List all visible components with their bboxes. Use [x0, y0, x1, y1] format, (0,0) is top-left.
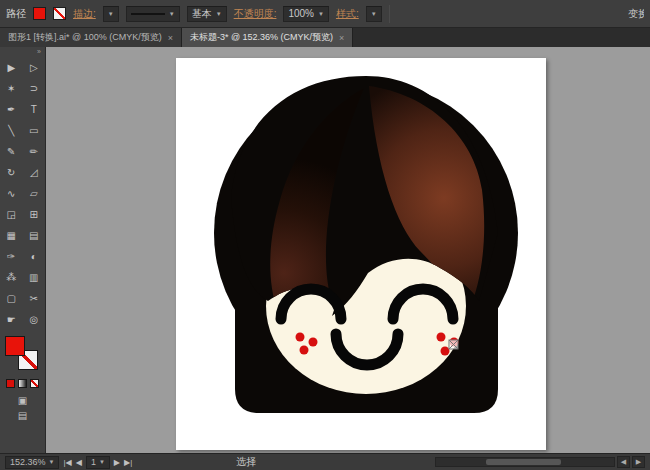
document-tab-2[interactable]: 未标题-3* @ 152.36% (CMYK/预览) × [182, 28, 353, 47]
fill-color-swatch[interactable] [33, 7, 46, 20]
shape-builder-tool-button[interactable]: ◲ [0, 204, 23, 225]
scroll-left-button[interactable]: ◀ [617, 456, 630, 468]
cheek-dot [437, 333, 446, 342]
scale-tool-button[interactable]: ◿ [23, 162, 46, 183]
illustrator-window: 路径 描边: ▼ ▼ 基本▼ 不透明度: 100%▼ 样式: ▼ 变换 图形1 … [0, 0, 650, 470]
tool-grid: ▶ ▷ ✶ ⊃ ✒ T ╲ ▭ ✎ ✏ ↻ ◿ ∿ ▱ ◲ ⊞ ▦ ▤ ✑ ◐ [0, 57, 45, 330]
selection-type-label: 路径 [6, 7, 26, 21]
chevron-down-icon: ▼ [216, 11, 222, 17]
first-artboard-button[interactable]: |◀ [63, 458, 71, 467]
stroke-width-dropdown[interactable]: ▼ [103, 6, 119, 22]
magic-wand-tool-button[interactable]: ✶ [0, 78, 23, 99]
document-tab-bar: 图形1 [转换].ai* @ 100% (CMYK/预览) × 未标题-3* @… [0, 28, 650, 47]
brush-definition-dropdown[interactable]: 基本▼ [187, 6, 227, 22]
mesh-tool-button[interactable]: ▦ [0, 225, 23, 246]
tool-misc: ▣ ▤ [0, 395, 45, 421]
eyedropper-tool-button[interactable]: ✑ [0, 246, 23, 267]
variable-width-dropdown[interactable]: ▼ [126, 6, 180, 22]
stroke-line-icon [131, 13, 165, 15]
blend-tool-button[interactable]: ◐ [23, 246, 46, 267]
chevron-down-icon: ▼ [99, 459, 105, 465]
artwork-girl-face [176, 58, 546, 450]
document-tab-1[interactable]: 图形1 [转换].ai* @ 100% (CMYK/预览) × [0, 28, 182, 47]
control-bar: 路径 描边: ▼ ▼ 基本▼ 不透明度: 100%▼ 样式: ▼ 变换 [0, 0, 650, 28]
pencil-tool-button[interactable]: ✏ [23, 141, 46, 162]
gradient-button[interactable] [18, 379, 27, 388]
cheek-dot [296, 333, 305, 342]
anchor-indicator-icon [449, 340, 458, 349]
opacity-dropdown[interactable]: 100%▼ [283, 6, 329, 22]
rectangle-tool-button[interactable]: ▭ [23, 120, 46, 141]
hand-tool-button[interactable]: ☛ [0, 309, 23, 330]
toolbar-collapse-button[interactable]: » [37, 48, 41, 57]
chevron-down-icon: ▼ [49, 459, 55, 465]
brush-definition-value: 基本 [192, 7, 212, 21]
chevron-down-icon: ▼ [169, 11, 175, 17]
pen-tool-button[interactable]: ✒ [0, 99, 23, 120]
type-tool-button[interactable]: T [23, 99, 46, 120]
scroll-right-button[interactable]: ▶ [632, 456, 645, 468]
stroke-panel-link[interactable]: 描边: [73, 7, 96, 21]
chevron-down-icon: ▼ [371, 11, 377, 17]
direct-selection-tool-button[interactable]: ▷ [23, 57, 46, 78]
slice-tool-button[interactable]: ✂ [23, 288, 46, 309]
artboard-tool-button[interactable]: ▢ [0, 288, 23, 309]
scrollbar-thumb[interactable] [486, 459, 561, 465]
zoom-dropdown[interactable]: 152.36% ▼ [5, 456, 59, 469]
cheek-dot [300, 346, 309, 355]
fill-stroke-widget [5, 336, 41, 374]
lasso-tool-button[interactable]: ⊃ [23, 78, 46, 99]
last-artboard-button[interactable]: ▶| [124, 458, 132, 467]
gradient-tool-button[interactable]: ▤ [23, 225, 46, 246]
screen-mode-button[interactable]: ▤ [18, 410, 27, 421]
paintbrush-tool-button[interactable]: ✎ [0, 141, 23, 162]
document-tab-2-title: 未标题-3* @ 152.36% (CMYK/预览) [190, 31, 333, 44]
style-link[interactable]: 样式: [336, 7, 359, 21]
status-bar: 152.36% ▼ |◀ ◀ 1 ▼ ▶ ▶| 选择 ◀ ▶ [0, 453, 650, 470]
paint-mode-row [0, 379, 45, 388]
tools-panel: » ▶ ▷ ✶ ⊃ ✒ T ╲ ▭ ✎ ✏ ↻ ◿ ∿ ▱ ◲ ⊞ ▦ ▤ ✑ [0, 47, 46, 453]
opacity-link[interactable]: 不透明度: [234, 7, 277, 21]
free-transform-tool-button[interactable]: ▱ [23, 183, 46, 204]
rotate-tool-button[interactable]: ↻ [0, 162, 23, 183]
horizontal-scrollbar: ◀ ▶ [435, 456, 645, 468]
status-text: 选择 [236, 455, 256, 469]
close-icon[interactable]: × [168, 33, 173, 43]
line-tool-button[interactable]: ╲ [0, 120, 23, 141]
artboard-number-dropdown[interactable]: 1 ▼ [86, 456, 110, 469]
document-tab-1-title: 图形1 [转换].ai* @ 100% (CMYK/预览) [8, 31, 162, 44]
cheek-dot [309, 338, 318, 347]
chevron-down-icon: ▼ [108, 11, 114, 17]
zoom-value: 152.36% [10, 457, 46, 467]
chevron-down-icon: ▼ [318, 11, 324, 17]
fill-swatch[interactable] [5, 336, 25, 356]
symbol-sprayer-tool-button[interactable]: ⁂ [0, 267, 23, 288]
close-icon[interactable]: × [339, 33, 344, 43]
artboard[interactable] [176, 58, 546, 450]
opacity-value: 100% [288, 8, 314, 19]
next-artboard-button[interactable]: ▶ [114, 458, 120, 467]
scrollbar-track[interactable] [435, 457, 615, 467]
cheek-dot [441, 347, 450, 356]
zoom-tool-button[interactable]: ◎ [23, 309, 46, 330]
none-button[interactable] [30, 379, 39, 388]
draw-mode-button[interactable]: ▣ [18, 395, 27, 406]
perspective-grid-tool-button[interactable]: ⊞ [23, 204, 46, 225]
width-tool-button[interactable]: ∿ [0, 183, 23, 204]
artboard-number: 1 [91, 457, 96, 467]
stroke-color-swatch[interactable] [53, 7, 66, 20]
previous-artboard-button[interactable]: ◀ [76, 458, 82, 467]
style-dropdown[interactable]: ▼ [366, 6, 382, 22]
color-button[interactable] [6, 379, 15, 388]
main-area: » ▶ ▷ ✶ ⊃ ✒ T ╲ ▭ ✎ ✏ ↻ ◿ ∿ ▱ ◲ ⊞ ▦ ▤ ✑ [0, 47, 650, 453]
transform-panel-label[interactable]: 变换 [628, 8, 644, 19]
selection-tool-button[interactable]: ▶ [0, 57, 23, 78]
column-graph-tool-button[interactable]: ▥ [23, 267, 46, 288]
separator [389, 5, 390, 23]
canvas[interactable] [46, 47, 650, 453]
